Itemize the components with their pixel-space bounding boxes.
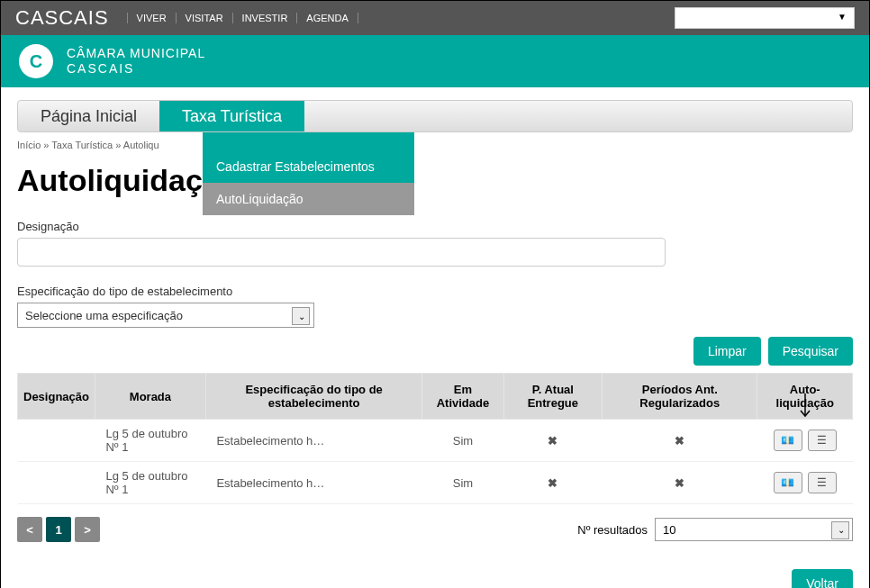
chevron-down-icon: ⌄ (838, 525, 845, 535)
topnav-visitar[interactable]: VISITAR (177, 13, 233, 23)
cell-entregue: ✖ (503, 420, 602, 462)
chevron-down-icon: ⌄ (298, 312, 305, 321)
spec-label: Especificação do tipo de estabelecimento (17, 285, 853, 298)
spec-select-value: Seleccione uma especificação (25, 309, 183, 322)
list-icon: ☰ (817, 476, 827, 489)
site-logo[interactable]: CASCAIS (15, 6, 109, 30)
results-value: 10 (663, 523, 675, 537)
header-title-line2: CASCAIS (67, 61, 205, 77)
cell-atividade: Sim (422, 462, 503, 504)
tab-dropdown-menu: Cadastrar Estabelecimentos AutoLiquidaçã… (203, 132, 414, 215)
list-icon: ☰ (817, 434, 827, 447)
money-icon-button[interactable]: 💶 (774, 430, 802, 451)
cell-spec: Estabelecimento h… (205, 462, 421, 504)
money-icon: 💶 (781, 476, 794, 489)
limpar-button[interactable]: Limpar (693, 337, 761, 366)
cell-entregue: ✖ (503, 462, 602, 504)
topnav-investir[interactable]: INVESTIR (233, 13, 298, 23)
topnav-viver[interactable]: VIVER (127, 13, 177, 23)
cell-regular: ✖ (603, 420, 757, 462)
user-dropdown[interactable] (675, 7, 855, 29)
tab-taxa-turistica[interactable]: Taxa Turística (159, 101, 304, 131)
menu-autoliquidacao[interactable]: AutoLiquidação (203, 183, 414, 215)
designacao-label: Designação (17, 220, 853, 233)
table-row: Lg 5 de outubro Nº 1 Estabelecimento h… … (18, 462, 853, 504)
cell-morada: Lg 5 de outubro Nº 1 (95, 420, 205, 462)
results-label: Nº resultados (577, 523, 648, 537)
th-regular: Períodos Ant. Regularizados (603, 374, 757, 420)
cell-atividade: Sim (422, 420, 503, 462)
voltar-button[interactable]: Voltar (792, 569, 853, 588)
th-atividade: Em Atividade (422, 374, 503, 420)
th-entregue: P. Atual Entregue (503, 374, 602, 420)
menu-cadastrar-estabelecimentos[interactable]: Cadastrar Estabelecimentos (203, 150, 414, 183)
th-morada: Morada (95, 374, 205, 420)
breadcrumb: Início » Taxa Turística » Autoliqu (17, 140, 853, 150)
money-icon: 💶 (781, 434, 794, 447)
th-autoliq: Auto-liquidação (757, 374, 853, 420)
th-designacao: Designação (18, 374, 95, 420)
results-per-page-select[interactable]: 10 ⌄ (655, 518, 853, 541)
tab-pagina-inicial[interactable]: Página Inicial (18, 101, 159, 131)
cell-spec: Estabelecimento h… (205, 420, 421, 462)
municipality-logo-icon: C (19, 44, 53, 78)
cell-designacao (18, 420, 95, 462)
results-table: Designação Morada Especificação do tipo … (17, 373, 853, 504)
cell-morada: Lg 5 de outubro Nº 1 (95, 462, 205, 504)
list-icon-button[interactable]: ☰ (808, 430, 837, 451)
arrow-down-icon (798, 394, 812, 421)
topnav-agenda[interactable]: AGENDA (297, 13, 358, 23)
cell-regular: ✖ (603, 462, 757, 504)
designacao-input[interactable] (17, 238, 666, 267)
list-icon-button[interactable]: ☰ (808, 472, 837, 493)
th-spec: Especificação do tipo de estabelecimento (205, 374, 421, 420)
pagination-page-1[interactable]: 1 (46, 517, 71, 542)
cell-designacao (18, 462, 95, 504)
table-row: Lg 5 de outubro Nº 1 Estabelecimento h… … (18, 420, 853, 462)
pagination-next[interactable]: > (75, 517, 100, 542)
spec-select[interactable]: Seleccione uma especificação ⌄ (17, 303, 314, 328)
pesquisar-button[interactable]: Pesquisar (768, 337, 853, 366)
header-title-line1: CÂMARA MUNICIPAL (67, 46, 205, 61)
page-title: Autoliquidaç (17, 163, 853, 198)
money-icon-button[interactable]: 💶 (774, 472, 802, 493)
pagination-prev[interactable]: < (17, 517, 42, 542)
